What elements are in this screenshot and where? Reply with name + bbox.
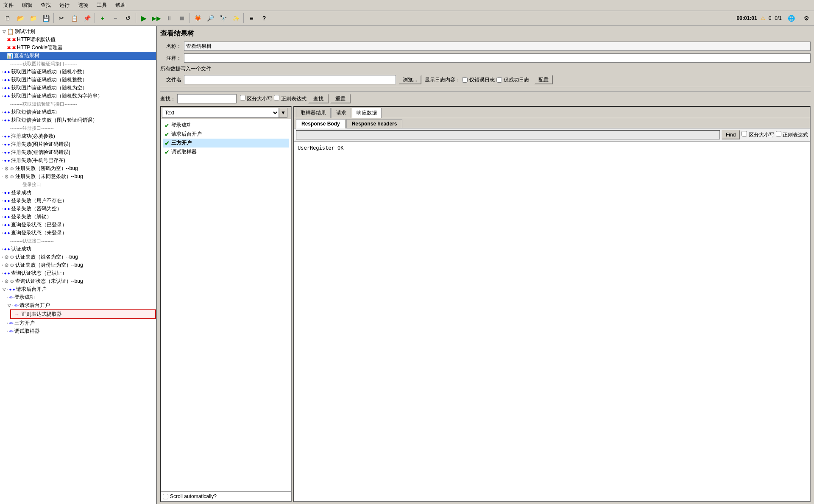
tree-item-account-debug[interactable]: ◦ ✏ 调试取样器 (0, 327, 156, 335)
find-case-checkbox[interactable] (742, 131, 747, 136)
only-error-label[interactable]: 仅错误日志 (462, 76, 495, 84)
menu-find[interactable]: 查找 (39, 1, 53, 10)
find-case-option[interactable]: 区分大小写 (742, 131, 774, 139)
copy-button[interactable]: 📋 (68, 12, 80, 24)
tree-item-img-code-1[interactable]: ◦ ● ● 获取图片验证码成功（随机小数） (0, 68, 156, 76)
search-input[interactable] (177, 94, 237, 103)
tree-item-reg-1[interactable]: ◦ ● ● 注册成功(必填参数) (0, 132, 156, 140)
save-button[interactable]: 💾 (40, 12, 52, 24)
account-request-expand-icon[interactable]: ▽ (7, 303, 12, 308)
tab-response-data[interactable]: 响应数据 (352, 108, 382, 118)
tree-item-reg-4[interactable]: ◦ ● ● 注册失败(手机号已存在) (0, 156, 156, 164)
tree-item-login-3[interactable]: ◦ ● ● 登录失败（密码为空） (0, 205, 156, 213)
menu-options[interactable]: 选项 (76, 1, 90, 10)
find-regex-checkbox[interactable] (776, 131, 781, 136)
menu-edit[interactable]: 编辑 (20, 1, 34, 10)
result-item-account-req[interactable]: ✔ 请求后台开户 (163, 130, 289, 139)
find-button[interactable]: 查找 (308, 94, 329, 103)
comment-input[interactable] (184, 53, 811, 63)
pause-button[interactable]: ⏸ (163, 12, 175, 24)
tree-item-login-1[interactable]: ◦ ● ● 登录成功 (0, 189, 156, 197)
help-button[interactable]: ? (258, 12, 270, 24)
tree-item-account-3party[interactable]: ◦ ✏ 三方开户 (0, 319, 156, 327)
add-button[interactable]: + (97, 12, 109, 24)
menu-tools[interactable]: 工具 (95, 1, 109, 10)
more-button[interactable]: ⚙ (800, 12, 812, 24)
tree-item-sms-2[interactable]: ◦ ● ● 获取短信验证失败（图片验证码错误） (0, 116, 156, 124)
result-item-debug[interactable]: ✔ 调试取样器 (163, 148, 289, 156)
tab-request[interactable]: 请求 (332, 108, 351, 118)
menu-help[interactable]: 帮助 (114, 1, 127, 10)
tree-item-auth-1[interactable]: ◦ ● ● 认证成功 (0, 245, 156, 253)
tree-item-sms-1[interactable]: ◦ ● ● 获取短信验证码成功 (0, 108, 156, 116)
tree-root[interactable]: ▽ 📋 测试计划 (0, 28, 156, 36)
tree-item-account[interactable]: ▽ ◦ ● ● 请求后台开户 (0, 285, 156, 293)
tree-item-login-4[interactable]: ◦ ● ● 登录失败（解锁） (0, 213, 156, 221)
name-input[interactable] (184, 42, 811, 51)
tree-item-auth-3[interactable]: ◦ ⚙ ⚙ 认证失败（身份证为空）--bug (0, 261, 156, 269)
tree-item-login-6[interactable]: ◦ ● ● 查询登录状态（未登录） (0, 229, 156, 237)
paste-button[interactable]: 📌 (81, 12, 93, 24)
tree-item-regex[interactable]: → 正则表达式提取器 (10, 309, 156, 319)
drag-handle[interactable] (160, 87, 811, 89)
reset-button[interactable]: 重置 (330, 94, 351, 103)
tree-item-reg-2[interactable]: ◦ ● ● 注册失败(图片验证码错误) (0, 140, 156, 148)
tree-item-img-code-2[interactable]: ◦ ● ● 获取图片验证码成功（随机整数） (0, 76, 156, 84)
tree-item-reg-6[interactable]: ◦ ⚙ ⚙ 注册失败（未同意条款）--bug (0, 173, 156, 181)
list-button[interactable]: ≡ (245, 12, 257, 24)
case-sensitive-checkbox[interactable] (240, 95, 245, 100)
tree-item-reg-5[interactable]: ◦ ⚙ ⚙ 注册失败（密码为空）--bug (0, 164, 156, 173)
sub-tab-response-body[interactable]: Response Body (296, 119, 346, 128)
case-sensitive-option[interactable]: 区分大小写 (240, 95, 272, 103)
open-button[interactable]: 📁 (27, 12, 39, 24)
cut-button[interactable]: ✂ (56, 12, 67, 24)
sub-tab-response-headers[interactable]: Response headers (346, 119, 403, 128)
tree-item-login-2[interactable]: ◦ ● ● 登录失败（用户不存在） (0, 197, 156, 205)
scroll-auto-option[interactable]: Scroll automatically? (163, 493, 289, 499)
stop-button[interactable]: ⏹ (176, 12, 188, 24)
browse-button[interactable]: 浏览... (399, 75, 421, 84)
menu-run[interactable]: 运行 (58, 1, 71, 10)
clear-button[interactable]: ↺ (122, 12, 134, 24)
tree-item-auth-2[interactable]: ◦ ⚙ ⚙ 认证失败（姓名为空）--bug (0, 253, 156, 261)
menu-file[interactable]: 文件 (2, 1, 15, 10)
settings-button[interactable]: 🌐 (785, 12, 797, 24)
tree-item-http-default[interactable]: ✖ ✖ HTTP请求默认值 (0, 36, 156, 44)
search1-button[interactable]: 🦊 (192, 12, 204, 24)
new-button[interactable]: 🗋 (2, 12, 14, 24)
dropdown-arrow[interactable]: ▼ (279, 108, 287, 118)
find-input[interactable] (296, 130, 720, 139)
tree-item-results-tree[interactable]: 📊 查看结果树 (0, 52, 156, 60)
file-input[interactable] (184, 75, 396, 84)
tree-item-account-request[interactable]: ▽ ◦ ✏ 请求后台开户 (0, 301, 156, 309)
binoculars-button[interactable]: 🔭 (217, 12, 229, 24)
tree-item-auth-5[interactable]: ◦ ⚙ ⚙ 查询认证状态（未认证）--bug (0, 277, 156, 285)
regex-checkbox[interactable] (274, 95, 279, 100)
scroll-auto-checkbox[interactable] (163, 494, 168, 499)
run-all-button[interactable]: ▶▶ (151, 12, 162, 24)
find-submit-button[interactable]: Find (722, 130, 740, 139)
tree-item-img-code-3[interactable]: ◦ ● ● 获取图片验证码成功（随机为空） (0, 84, 156, 92)
tree-item-account-login[interactable]: ◦ ✏ 登录成功 (0, 293, 156, 301)
results-dropdown[interactable]: Text (162, 108, 279, 118)
account-expand-icon[interactable]: ▽ (2, 287, 7, 292)
result-item-login[interactable]: ✔ 登录成功 (163, 121, 289, 130)
tree-item-login-5[interactable]: ◦ ● ● 查询登录状态（已登录） (0, 221, 156, 229)
only-success-checkbox[interactable] (496, 77, 502, 83)
config-button[interactable]: 配置 (534, 75, 553, 84)
tab-sampler-results[interactable]: 取样器结果 (296, 108, 331, 118)
root-expand-icon[interactable]: ▽ (2, 29, 7, 34)
wand-button[interactable]: ✨ (230, 12, 242, 24)
search2-button[interactable]: 🔎 (204, 12, 216, 24)
tree-item-img-code-4[interactable]: ◦ ● ● 获取图片验证码成功（随机数为字符串） (0, 92, 156, 100)
remove-button[interactable]: − (109, 12, 121, 24)
run-button[interactable]: ▶ (138, 12, 150, 24)
tree-item-auth-4[interactable]: ◦ ● ● 查询认证状态（已认证） (0, 269, 156, 277)
tree-item-cookie[interactable]: ✖ ✖ HTTP Cookie管理器 (0, 44, 156, 52)
open-templates-button[interactable]: 📂 (14, 12, 26, 24)
only-error-checkbox[interactable] (462, 77, 468, 83)
result-item-3party[interactable]: ✔ 三方开户 (163, 139, 289, 148)
find-regex-option[interactable]: 正则表达式 (776, 131, 808, 139)
only-success-label[interactable]: 仅成功日志 (496, 76, 529, 84)
tree-item-reg-3[interactable]: ◦ ● ● 注册失败(短信验证码错误) (0, 148, 156, 156)
